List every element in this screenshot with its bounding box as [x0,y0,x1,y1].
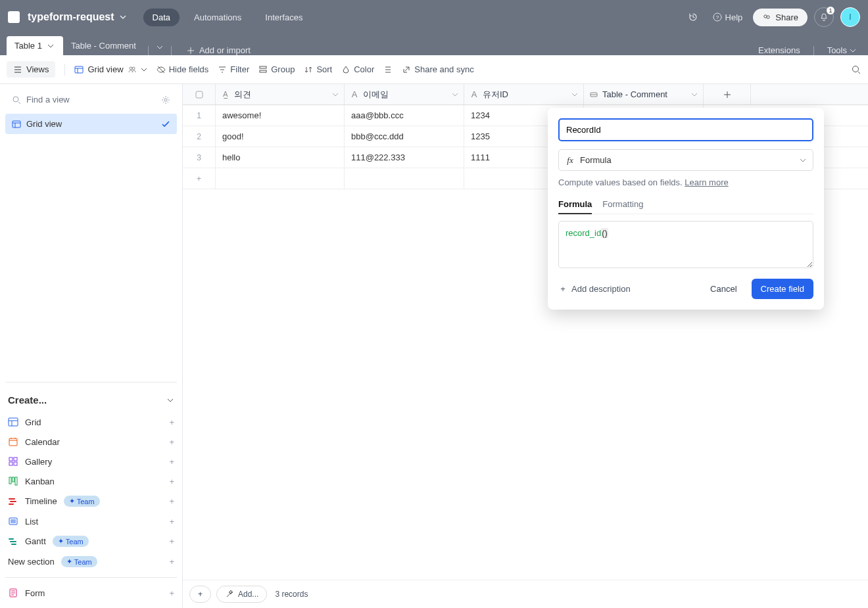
sort-button[interactable]: Sort [304,64,332,74]
create-field-button[interactable]: Create field [752,279,813,299]
history-button[interactable] [684,9,702,25]
add-field-button[interactable] [704,84,751,105]
extensions-button[interactable]: Extensions [758,45,800,55]
search-button[interactable] [851,64,861,75]
tab-formula[interactable]: Formula [558,195,592,214]
view-name-label: Grid view [87,64,123,74]
tab-formatting[interactable]: Formatting [602,195,643,214]
cell[interactable]: awesome! [216,105,345,126]
cancel-button[interactable]: Cancel [702,279,744,299]
view-item-grid[interactable]: Grid view [5,114,177,134]
table-tab-other[interactable]: Table - Comment [63,36,144,55]
chevron-down-icon [166,396,174,404]
field-type-select[interactable]: fx Formula [558,149,813,171]
row-number[interactable]: 2 [183,126,216,147]
table-tab-active[interactable]: Table 1 [7,36,63,55]
create-section-toggle[interactable]: Create... [5,390,177,412]
create-grid[interactable]: Grid + [5,412,177,432]
table-tabs-dropdown[interactable] [153,39,167,55]
nav-tab-data[interactable]: Data [143,9,180,26]
user-avatar[interactable]: I [840,7,860,27]
chevron-down-icon[interactable] [452,91,458,98]
add-description-button[interactable]: + Add description [558,284,631,294]
nav-tab-automations[interactable]: Automations [185,9,251,26]
cell[interactable]: 111@222.333 [345,147,464,168]
add-import-button[interactable]: Add or import [180,45,257,55]
find-view-input[interactable]: Find a view [5,89,177,110]
plus-icon: + [169,536,174,546]
cell[interactable]: aaa@bbb.ccc [345,105,464,126]
create-item-label: Grid [25,417,41,427]
views-sidebar: Find a view Grid view Create... Grid + C… [0,84,183,608]
create-calendar[interactable]: Calendar + [5,432,177,452]
gallery-icon [8,456,18,467]
chevron-down-icon [141,66,147,73]
current-view-name[interactable]: Grid view [74,64,147,74]
chevron-down-icon[interactable] [571,91,578,98]
plus-icon: + [183,168,216,189]
plus-icon: + [169,588,174,598]
create-item-label: Gallery [25,457,52,467]
learn-more-link[interactable]: Learn more [685,177,728,187]
add-import-label: Add or import [199,45,251,55]
select-all-checkbox[interactable] [183,84,216,105]
tools-label: Tools [827,45,847,55]
text-icon: A [470,90,479,99]
create-timeline[interactable]: Timeline ✦ Team + [5,491,177,511]
field-name-input[interactable] [558,118,813,141]
people-icon [128,65,137,74]
footer-add-record[interactable]: + [189,586,211,603]
grid-footer: + Add... 3 records [183,580,868,608]
hide-fields-button[interactable]: Hide fields [157,64,209,74]
column-header-email[interactable]: A 이메일 [345,84,464,105]
create-new-section[interactable]: New section ✦ Team + [5,551,177,572]
row-number[interactable]: 3 [183,147,216,168]
create-item-label: Form [25,588,45,598]
settings-icon[interactable] [161,95,170,105]
chevron-down-icon[interactable] [332,91,339,98]
views-panel-toggle[interactable]: Views [7,61,55,78]
cell[interactable]: good! [216,126,345,147]
chevron-down-icon [118,12,128,22]
data-grid: A̲ 의견 A 이메일 A 유저ID Table - Comment [183,84,868,608]
filter-button[interactable]: Filter [218,64,249,74]
group-label: Group [271,64,295,74]
create-item-label: Gantt [25,536,46,546]
row-number[interactable]: 1 [183,105,216,126]
create-gantt[interactable]: Gantt ✦ Team + [5,531,177,551]
column-header-opinion[interactable]: A̲ 의견 [216,84,345,105]
record-count: 3 records [275,590,308,599]
top-bar: typeform-request Data Automations Interf… [0,0,868,34]
group-button[interactable]: Group [258,64,295,74]
create-list[interactable]: List + [5,511,177,531]
nav-tab-interfaces[interactable]: Interfaces [256,9,312,26]
chevron-down-icon[interactable] [691,91,698,98]
footer-add-menu[interactable]: Add... [216,586,267,603]
text-icon: A [350,90,359,99]
svg-rect-17 [9,462,12,465]
notifications-button[interactable]: 1 [814,7,834,27]
svg-rect-14 [9,438,17,446]
share-sync-button[interactable]: Share and sync [402,64,473,74]
grid-icon [8,417,18,427]
formula-editor[interactable]: record_id() ⋰ [558,221,813,268]
sort-label: Sort [316,64,332,74]
create-gallery[interactable]: Gallery + [5,452,177,471]
create-item-label: List [25,517,38,526]
row-height-button[interactable] [383,65,393,74]
create-kanban[interactable]: Kanban + [5,471,177,491]
cell[interactable]: bbb@ccc.ddd [345,126,464,147]
base-name-dropdown[interactable]: typeform-request [28,11,128,23]
column-header-userid[interactable]: A 유저ID [464,84,584,105]
column-header-comment[interactable]: Table - Comment [584,84,704,105]
help-button[interactable]: ? Help [709,10,747,25]
tools-button[interactable]: Tools [827,45,856,55]
popup-tabs: Formula Formatting [558,195,813,214]
view-item-label: Grid view [26,119,62,129]
cell[interactable]: hello [216,147,345,168]
share-button[interactable]: Share [753,9,808,26]
color-button[interactable]: Color [341,64,374,74]
search-icon [12,95,21,105]
svg-rect-24 [196,91,203,98]
create-form[interactable]: Form + [5,583,177,603]
